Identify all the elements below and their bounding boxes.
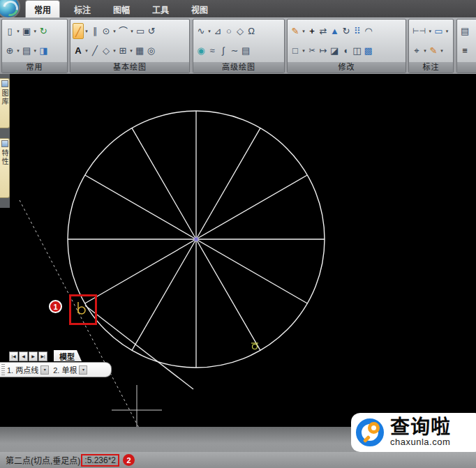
rotate-icon[interactable]: ↻ <box>341 23 352 39</box>
text-tool-icon[interactable]: A <box>73 43 84 59</box>
sidebar-tab-properties[interactable]: 特性 <box>0 138 10 198</box>
copy-icon[interactable]: ▣ <box>21 23 32 39</box>
zoom-icon[interactable]: ⊕ <box>4 43 15 59</box>
revolve-tool-icon[interactable]: Ω <box>246 23 257 39</box>
next-sheet-button[interactable]: ▶ <box>29 352 38 361</box>
group-caption-clipped <box>457 62 476 73</box>
polyline-tool-icon[interactable]: ↺ <box>146 23 157 39</box>
dropdown-arrow-icon[interactable] <box>84 43 89 59</box>
tab-sheet[interactable]: 图幅 <box>105 1 138 17</box>
dropdown-arrow-icon[interactable] <box>128 43 134 59</box>
first-sheet-button[interactable]: |◀ <box>9 352 18 361</box>
dropdown-arrow-icon[interactable] <box>32 23 38 39</box>
dropdown-arrow-icon[interactable] <box>129 23 135 39</box>
dropdown-arrow-icon[interactable] <box>301 43 306 59</box>
line-mode-option[interactable]: 1. 两点线 <box>7 364 38 375</box>
circle-tool-icon[interactable]: ⊙ <box>101 23 112 39</box>
rectangle-tool-icon[interactable]: ▭ <box>135 23 146 39</box>
mirror-icon[interactable]: ▲ <box>329 23 341 39</box>
paste-special-icon[interactable]: ▤ <box>21 43 32 59</box>
dropdown-arrow-icon[interactable] <box>444 23 449 39</box>
tab-annotate[interactable]: 标注 <box>66 1 99 17</box>
model-space-tab[interactable]: 模型 <box>54 350 82 361</box>
offset-icon[interactable]: ◫ <box>351 43 362 59</box>
line-mode-dropdown[interactable] <box>40 365 49 375</box>
paste-icon[interactable]: ▯ <box>4 23 15 39</box>
library-icon <box>1 80 8 87</box>
dropdown-arrow-icon[interactable] <box>84 23 89 39</box>
dropdown-arrow-icon[interactable] <box>422 43 428 59</box>
layer-lines-icon[interactable]: ≡ <box>459 43 470 59</box>
dropdown-arrow-icon[interactable] <box>32 43 38 59</box>
ellipse-tool-icon[interactable]: ○ <box>223 23 235 39</box>
centerline-icon[interactable]: ╱ <box>89 43 101 59</box>
dropdown-arrow-icon[interactable] <box>427 23 433 39</box>
group-caption-common: 常用 <box>2 62 67 73</box>
dropdown-arrow-icon[interactable] <box>15 23 21 39</box>
dropdown-arrow-icon[interactable] <box>301 23 306 39</box>
formula-curve-icon[interactable]: ◉ <box>195 43 207 59</box>
dropdown-arrow-icon[interactable] <box>112 43 117 59</box>
tab-view[interactable]: 视图 <box>183 1 216 17</box>
array-icon[interactable]: ⠿ <box>352 23 363 39</box>
sidebar-tab-library[interactable]: 图库 <box>0 78 10 128</box>
segment-mode-dropdown[interactable] <box>79 365 87 375</box>
properties-icon <box>1 140 8 147</box>
angle-line-icon[interactable]: ⊿ <box>212 23 223 39</box>
wave-line-icon[interactable]: ≈ <box>207 43 218 59</box>
block-tool-icon[interactable]: ◎ <box>145 43 156 59</box>
polygon-tool-icon[interactable]: ◇ <box>101 43 112 59</box>
zigzag-line-icon[interactable]: ∫ <box>218 43 229 59</box>
watermark-domain: chaxunla.com <box>390 437 451 447</box>
ribbon-group-advanced-draw: ∿ ⊿ ○ ◇ Ω ◉ ≈ ∫ ∼ ▤ 高级绘图 <box>193 19 285 73</box>
sheet-icon[interactable]: ▤ <box>459 23 470 39</box>
fillet-icon[interactable]: ◖ <box>340 43 351 59</box>
command-bar[interactable]: 第二点(切点,垂足点) :5.236*2 2 <box>0 452 476 468</box>
group-caption-dimension: 标注 <box>409 62 453 73</box>
sheet-nav-row: |◀ ◀ ▶ ▶| 模型 <box>9 350 82 361</box>
dropdown-arrow-icon[interactable] <box>207 23 212 39</box>
command-input-value[interactable]: :5.236*2 <box>81 454 119 467</box>
ribbon-group-dimension: ⊢⊣ ▭ ⌖ ✎ 标注 <box>408 19 454 73</box>
tab-tools[interactable]: 工具 <box>144 1 177 17</box>
chamfer-icon[interactable]: ◪ <box>329 43 340 59</box>
scale-icon[interactable]: □ <box>290 43 301 59</box>
copy-move-icon[interactable]: ⇄ <box>318 23 329 39</box>
dropdown-arrow-icon[interactable] <box>112 23 117 39</box>
erase-icon[interactable]: ✎ <box>290 23 301 39</box>
move-icon[interactable]: + <box>306 23 318 39</box>
line-tool-icon[interactable]: ╱ <box>73 23 84 39</box>
group-caption-basic-draw: 基本绘图 <box>70 62 189 73</box>
pentagon-tool-icon[interactable]: ◇ <box>235 23 246 39</box>
parallel-line-icon[interactable]: ∥ <box>89 23 101 39</box>
dim-edit-icon[interactable]: ✎ <box>428 43 439 59</box>
app-logo-icon[interactable] <box>0 0 20 19</box>
table-tool-icon[interactable]: ⊞ <box>117 43 128 59</box>
explode-icon[interactable]: ▩ <box>363 43 374 59</box>
sidebar-tab-label: 特性 <box>0 149 10 166</box>
trim-icon[interactable]: ✂ <box>306 43 318 59</box>
spline-tool-icon[interactable]: ∿ <box>195 23 207 39</box>
box-fill-icon[interactable]: ▤ <box>240 43 251 59</box>
prev-sheet-button[interactable]: ◀ <box>19 352 28 361</box>
double-wave-icon[interactable]: ∼ <box>229 43 240 59</box>
refresh-view-icon[interactable]: ↻ <box>38 23 49 39</box>
group-caption-modify: 修改 <box>288 62 406 73</box>
segment-mode-option[interactable]: 2. 单根 <box>53 364 77 375</box>
stretch-icon[interactable]: ◠ <box>363 23 374 39</box>
ribbon: ▯ ▣ ↻ ⊕ ▤ ◨ 常用 ╱ ∥ ⊙ ⌒ ▭ <box>0 17 476 74</box>
dimension-icon[interactable]: ⊢⊣ <box>411 23 427 39</box>
hatch-tool-icon[interactable]: ▦ <box>134 43 145 59</box>
label-icon[interactable]: ▭ <box>433 23 444 39</box>
sidebar-tab-label: 图库 <box>0 89 10 106</box>
drag-grip-icon[interactable] <box>1 364 5 375</box>
dropdown-arrow-icon[interactable] <box>15 43 21 59</box>
step-marker-1: 1 <box>49 300 62 313</box>
tab-common[interactable]: 常用 <box>25 0 60 17</box>
extend-icon[interactable]: ↦ <box>318 43 329 59</box>
last-sheet-button[interactable]: ▶| <box>38 352 47 361</box>
coordinate-dim-icon[interactable]: ⌖ <box>411 43 422 59</box>
dropdown-arrow-icon[interactable] <box>439 43 445 59</box>
arc-tool-icon[interactable]: ⌒ <box>117 23 129 39</box>
display-settings-icon[interactable]: ◨ <box>38 43 49 59</box>
